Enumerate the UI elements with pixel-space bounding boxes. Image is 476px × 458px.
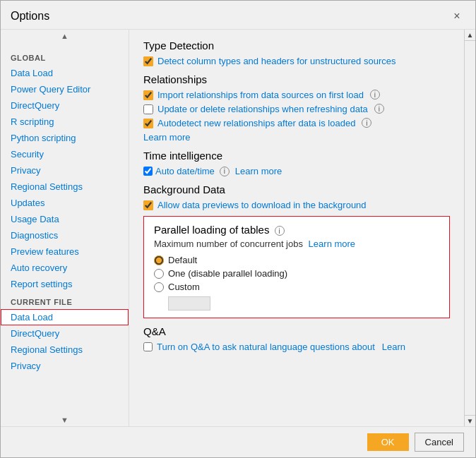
parallel-opt-custom-row: Custom: [154, 282, 439, 292]
autodetect-rel-label: Autodetect new relationships after data …: [157, 118, 355, 128]
parallel-loading-title: Parallel loading of tables i: [154, 224, 439, 236]
allow-previews-row: Allow data previews to download in the b…: [143, 200, 450, 210]
detect-types-checkbox[interactable]: [143, 56, 153, 66]
main-scroll-down[interactable]: ▼: [465, 415, 475, 426]
parallel-opt-default-radio[interactable]: [154, 255, 164, 265]
sidebar-scroll-down[interactable]: ▼: [1, 414, 129, 426]
main-content: Type Detection Detect column types and h…: [129, 30, 475, 426]
qna-heading: Q&A: [143, 325, 450, 337]
sidebar-item-regional-settings-global[interactable]: Regional Settings: [1, 179, 129, 195]
relationships-learn-more[interactable]: Learn more: [143, 132, 190, 143]
options-dialog: Options × ▲ GLOBAL Data Load Power Query…: [0, 0, 476, 458]
close-button[interactable]: ×: [448, 8, 465, 25]
title-bar: Options ×: [1, 1, 475, 30]
update-del-rel-info-icon[interactable]: i: [374, 104, 384, 114]
dialog-footer: OK Cancel: [1, 426, 475, 457]
dialog-title: Options: [11, 10, 49, 23]
sidebar-scroll-up[interactable]: ▲: [1, 30, 129, 42]
sidebar-item-data-load-current[interactable]: Data Load: [1, 309, 129, 325]
qna-row: Turn on Q&A to ask natural language ques…: [143, 342, 450, 352]
parallel-opt-default-label: Default: [168, 255, 197, 265]
parallel-learn-more[interactable]: Learn more: [309, 239, 355, 249]
parallel-opt-custom-radio[interactable]: [154, 282, 164, 292]
parallel-custom-input[interactable]: [168, 296, 210, 311]
qna-checkbox[interactable]: [143, 342, 153, 351]
time-intel-row: Auto date/time i Learn more: [143, 166, 450, 176]
parallel-loading-subtitle: Maximum number of concurrent jobs Learn …: [154, 239, 439, 249]
main-scroll-arrows: ▲ ▼: [464, 30, 475, 426]
import-rel-info-icon[interactable]: i: [370, 90, 380, 100]
time-intelligence-heading: Time intelligence: [143, 150, 450, 162]
qna-learn-link[interactable]: Learn: [382, 342, 405, 352]
import-rel-label: Import relationships from data sources o…: [157, 90, 364, 100]
main-scroll-wrap: Type Detection Detect column types and h…: [129, 30, 475, 426]
sidebar-item-regional-settings-current[interactable]: Regional Settings: [1, 342, 129, 358]
sidebar-item-updates[interactable]: Updates: [1, 195, 129, 211]
sidebar-item-diagnostics[interactable]: Diagnostics: [1, 227, 129, 243]
sidebar-item-privacy-current[interactable]: Privacy: [1, 358, 129, 374]
import-rel-row: Import relationships from data sources o…: [143, 90, 450, 100]
sidebar-item-python-scripting[interactable]: Python scripting: [1, 130, 129, 146]
parallel-loading-box: Parallel loading of tables i Maximum num…: [143, 216, 450, 318]
parallel-opt-default-row: Default: [154, 255, 439, 265]
autodetect-rel-info-icon[interactable]: i: [362, 118, 371, 128]
allow-previews-label: Allow data previews to download in the b…: [157, 200, 367, 210]
sidebar-content: GLOBAL Data Load Power Query Editor Dire…: [1, 42, 129, 414]
update-del-rel-label: Update or delete relationships when refr…: [157, 104, 368, 114]
import-rel-checkbox[interactable]: [143, 90, 153, 100]
background-data-heading: Background Data: [143, 183, 450, 195]
sidebar-item-privacy-global[interactable]: Privacy: [1, 162, 129, 179]
auto-datetime-info-icon[interactable]: i: [220, 167, 230, 176]
sidebar-item-direct-query-global[interactable]: DirectQuery: [1, 97, 129, 114]
current-file-section-label: CURRENT FILE: [1, 292, 129, 309]
cancel-button[interactable]: Cancel: [415, 433, 464, 452]
parallel-opt-custom-label: Custom: [168, 282, 200, 292]
sidebar-item-power-query-editor[interactable]: Power Query Editor: [1, 81, 129, 97]
sidebar-item-direct-query-current[interactable]: DirectQuery: [1, 325, 129, 342]
autodetect-rel-row: Autodetect new relationships after data …: [143, 118, 450, 128]
type-detection-heading: Type Detection: [143, 40, 450, 52]
sidebar-item-report-settings[interactable]: Report settings: [1, 276, 129, 292]
sidebar-item-r-scripting[interactable]: R scripting: [1, 114, 129, 130]
autodetect-rel-checkbox[interactable]: [143, 119, 153, 128]
dialog-body: ▲ GLOBAL Data Load Power Query Editor Di…: [1, 30, 475, 426]
qna-label: Turn on Q&A to ask natural language ques…: [157, 342, 375, 352]
ok-button[interactable]: OK: [367, 433, 409, 451]
auto-datetime-label: Auto date/time: [155, 166, 215, 176]
parallel-opt-one-label: One (disable parallel loading): [168, 268, 287, 279]
parallel-opt-one-radio[interactable]: [154, 269, 164, 279]
global-section-label: GLOBAL: [1, 48, 129, 65]
sidebar-item-data-load-global[interactable]: Data Load: [1, 65, 129, 81]
sidebar-item-auto-recovery[interactable]: Auto recovery: [1, 260, 129, 276]
parallel-opt-one-row: One (disable parallel loading): [154, 268, 439, 279]
sidebar: ▲ GLOBAL Data Load Power Query Editor Di…: [1, 30, 129, 426]
sidebar-item-preview-features[interactable]: Preview features: [1, 243, 129, 260]
detect-types-label: Detect column types and headers for unst…: [157, 56, 395, 66]
parallel-loading-info-icon[interactable]: i: [275, 226, 285, 236]
relationships-heading: Relationships: [143, 73, 450, 85]
detect-types-row: Detect column types and headers for unst…: [143, 56, 450, 66]
time-intel-learn-more[interactable]: Learn more: [235, 166, 282, 176]
sidebar-item-usage-data[interactable]: Usage Data: [1, 211, 129, 227]
update-del-rel-row: Update or delete relationships when refr…: [143, 104, 450, 114]
update-del-rel-checkbox[interactable]: [143, 104, 153, 114]
allow-previews-checkbox[interactable]: [143, 200, 153, 210]
main-scroll-up[interactable]: ▲: [465, 30, 475, 41]
auto-datetime-checkbox[interactable]: [143, 167, 153, 176]
main-scroll: Type Detection Detect column types and h…: [129, 30, 464, 426]
sidebar-item-security[interactable]: Security: [1, 146, 129, 162]
